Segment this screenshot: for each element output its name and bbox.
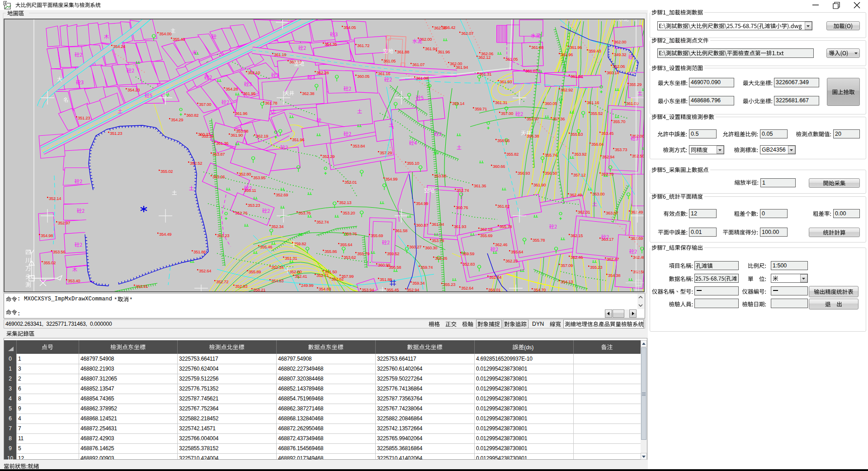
svg-text:354.00: 354.00 [159, 31, 171, 36]
svg-text:362.40: 362.40 [633, 255, 644, 260]
svg-text:355.64: 355.64 [511, 249, 523, 254]
svg-text:359.34: 359.34 [412, 281, 425, 285]
svg-text:352.72: 352.72 [216, 279, 228, 284]
svg-text:361.93: 361.93 [454, 224, 466, 229]
svg-text:355.74: 355.74 [545, 152, 557, 157]
svg-text:352.94: 352.94 [602, 154, 614, 159]
svg-text:355.69: 355.69 [480, 233, 492, 238]
svg-text:362.10: 362.10 [248, 70, 260, 75]
svg-text:355.70: 355.70 [613, 119, 625, 124]
svg-text:362.23: 362.23 [505, 258, 518, 263]
svg-text:353.87: 353.87 [212, 152, 225, 157]
svg-text:361.88: 361.88 [397, 49, 409, 54]
svg-text:361.96: 361.96 [570, 45, 582, 50]
svg-text:359.82: 359.82 [294, 241, 306, 246]
svg-text:361.00: 361.00 [416, 76, 428, 81]
svg-text:362.28: 362.28 [316, 70, 329, 75]
svg-text:361.94: 361.94 [425, 46, 437, 51]
svg-text:353.20: 353.20 [343, 210, 355, 215]
svg-text:361.78: 361.78 [265, 100, 277, 105]
svg-text:361.31: 361.31 [479, 71, 491, 76]
svg-text:358.21: 358.21 [253, 287, 265, 291]
svg-text:353.92: 353.92 [574, 152, 586, 157]
svg-text:354.70: 354.70 [533, 287, 546, 291]
svg-text:361.88: 361.88 [531, 45, 543, 50]
svg-text:357.00: 357.00 [501, 111, 513, 116]
svg-text:353.62: 353.62 [344, 255, 356, 260]
svg-text:355.10: 355.10 [407, 161, 419, 166]
svg-text:354.28: 354.28 [226, 86, 238, 91]
svg-text:355.89: 355.89 [249, 269, 261, 274]
svg-text:359.71: 359.71 [475, 106, 487, 111]
svg-text:361.94: 361.94 [456, 65, 468, 70]
svg-text:352.64: 352.64 [199, 268, 211, 273]
svg-text:361.00: 361.00 [626, 101, 638, 106]
svg-text:353.94: 353.94 [362, 287, 374, 291]
svg-text:361.16: 361.16 [587, 100, 599, 105]
svg-text:353.68: 353.68 [434, 173, 446, 178]
svg-text:354.23: 354.23 [127, 87, 140, 92]
svg-text:355.53: 355.53 [571, 132, 583, 137]
svg-text:353.76: 353.76 [344, 231, 357, 236]
svg-text:249.99: 249.99 [301, 283, 313, 288]
svg-text:362.15: 362.15 [571, 233, 583, 238]
svg-text:361.16: 361.16 [378, 71, 390, 76]
svg-text:361.07: 361.07 [525, 68, 538, 73]
svg-text:353.23: 353.23 [217, 233, 229, 238]
svg-text:352.83: 352.83 [462, 262, 475, 266]
svg-text:361.96: 361.96 [235, 111, 247, 116]
svg-text:351.31: 351.31 [285, 256, 297, 261]
svg-text:360.05: 360.05 [545, 101, 557, 106]
svg-text:352.50: 352.50 [632, 153, 644, 158]
svg-text:352.74: 352.74 [457, 188, 469, 193]
svg-text:357.09: 357.09 [561, 263, 573, 268]
svg-text:359.43: 359.43 [589, 48, 601, 53]
svg-text:362.18: 362.18 [480, 227, 492, 232]
svg-text:356.42: 356.42 [443, 25, 455, 30]
svg-text:353.40: 353.40 [68, 278, 80, 283]
svg-text:354.38: 354.38 [608, 273, 620, 278]
svg-text:362.38: 362.38 [302, 91, 314, 96]
svg-text:355.82: 355.82 [506, 152, 519, 157]
svg-text:361.96: 361.96 [438, 49, 450, 54]
svg-text:361.07: 361.07 [412, 62, 425, 67]
svg-text:360.27: 360.27 [409, 244, 421, 249]
svg-text:361.36: 361.36 [216, 141, 228, 146]
svg-text:360.87: 360.87 [416, 223, 428, 228]
svg-text:353.23: 353.23 [248, 203, 260, 208]
svg-text:352.80: 352.80 [239, 171, 251, 176]
svg-text:353.78: 353.78 [432, 238, 444, 243]
svg-text:358.56: 358.56 [497, 138, 509, 143]
svg-text:353.73: 353.73 [615, 147, 627, 152]
svg-text:357.97: 357.97 [527, 116, 539, 121]
svg-text:361.36: 361.36 [474, 183, 486, 188]
svg-text:361.72: 361.72 [357, 43, 369, 48]
svg-text:354.29: 354.29 [171, 117, 183, 122]
svg-text:359.74: 359.74 [420, 265, 433, 270]
svg-text:354.99: 354.99 [416, 201, 428, 206]
svg-text:352.76: 352.76 [235, 210, 247, 215]
svg-text:352.52: 352.52 [190, 161, 202, 166]
svg-text:352.34: 352.34 [271, 265, 283, 270]
svg-text:352.81: 352.81 [136, 284, 148, 289]
svg-text:361.90: 361.90 [533, 182, 546, 187]
svg-text:355.02: 355.02 [160, 169, 173, 174]
svg-text:363.17: 363.17 [601, 237, 613, 242]
svg-text:361.96: 361.96 [561, 52, 573, 57]
svg-text:357.00: 357.00 [199, 102, 211, 107]
svg-text:360.14: 360.14 [607, 70, 619, 75]
svg-text:359.59: 359.59 [462, 251, 474, 256]
svg-text:361.93: 361.93 [500, 79, 512, 84]
svg-text:362.07: 362.07 [461, 31, 473, 36]
svg-text:362.47: 362.47 [607, 257, 619, 262]
svg-text:353.70: 353.70 [601, 171, 613, 176]
svg-text:353.01: 353.01 [344, 180, 357, 185]
svg-text:360.30: 360.30 [425, 245, 437, 250]
svg-text:353.45: 353.45 [601, 131, 613, 136]
svg-text:362.06: 362.06 [613, 64, 625, 69]
svg-text:353.95: 353.95 [253, 175, 265, 180]
svg-text:353.26: 353.26 [212, 174, 225, 179]
svg-text:356.01: 356.01 [488, 287, 500, 291]
svg-text:353.76: 353.76 [298, 210, 311, 215]
svg-text:362.19: 362.19 [256, 133, 268, 138]
